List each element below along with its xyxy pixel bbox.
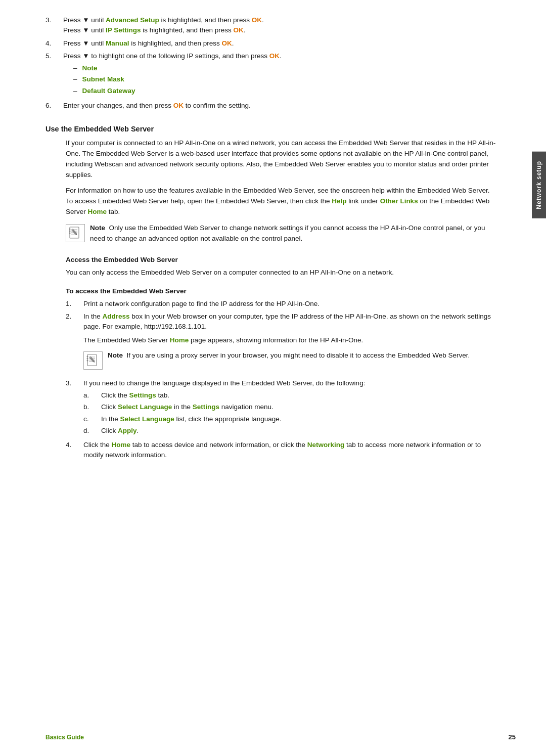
ews-section-heading: Use the Embedded Web Server — [46, 125, 496, 133]
apply-text: Apply — [118, 427, 137, 434]
step-6-num: 6. — [46, 101, 63, 111]
step-5-num: 5. — [46, 51, 63, 98]
main-content: 3. Press ▼ until Advanced Setup is highl… — [0, 0, 532, 756]
help-link: Help — [332, 197, 346, 205]
to-access-heading: To access the Embedded Web Server — [66, 287, 496, 295]
access-step-1: 1. Print a network configuration page to… — [66, 299, 496, 309]
step-3-line2: Press ▼ until IP Settings is highlighted… — [63, 25, 496, 35]
svg-point-8 — [69, 229, 71, 230]
alpha-c-text: In the Select Language list, click the a… — [101, 414, 281, 424]
home-text-3: Home — [112, 441, 131, 449]
alpha-list: a. Click the Settings tab. b. Click Sele… — [83, 390, 496, 436]
top-steps-list: 3. Press ▼ until Advanced Setup is highl… — [46, 15, 496, 111]
alpha-a-text: Click the Settings tab. — [101, 390, 169, 401]
step-3-content: Press ▼ until Advanced Setup is highligh… — [63, 15, 496, 36]
alpha-c-label: c. — [83, 414, 101, 424]
note-label-1: Note — [90, 224, 105, 232]
access-step-4-num: 4. — [66, 440, 83, 461]
step-5: 5. Press ▼ to highlight one of the follo… — [46, 51, 496, 98]
svg-point-21 — [87, 360, 88, 361]
settings-text-a: Settings — [129, 391, 156, 399]
note-label-2: Note — [108, 351, 123, 359]
note-text-1: Note Only use the Embedded Web Server to… — [90, 223, 496, 244]
svg-point-20 — [87, 358, 88, 359]
access-step-4-content: Click the Home tab to access device and … — [83, 440, 496, 461]
access-step-3-content: If you need to change the language displ… — [83, 378, 496, 437]
ip-settings-list: – Note – Subnet Mask – Default Gateway — [63, 63, 496, 96]
side-tab: Network setup — [532, 152, 546, 218]
dash-2: – — [73, 74, 77, 84]
note-text-2: Note If you are using a proxy server in … — [108, 350, 470, 361]
alpha-c: c. In the Select Language list, click th… — [83, 414, 496, 424]
alpha-b-text: Click Select Language in the Settings na… — [101, 402, 274, 412]
other-links-text: Other Links — [380, 197, 418, 205]
step-4-content: Press ▼ until Manual is highlighted, and… — [63, 38, 496, 49]
access-step-3-num: 3. — [66, 378, 83, 437]
note-pencil-svg-2 — [86, 353, 100, 368]
access-ews-heading: Access the Embedded Web Server — [66, 256, 496, 263]
networking-text: Networking — [307, 441, 345, 449]
subnet-mask-label: Subnet Mask — [82, 74, 124, 84]
home-text-2: Home — [170, 336, 189, 344]
note-icon-1 — [66, 224, 85, 242]
select-language-c: Select Language — [120, 415, 174, 423]
step-5-text: Press ▼ to highlight one of the followin… — [63, 51, 496, 61]
step-6: 6. Enter your changes, and then press OK… — [46, 101, 496, 111]
subnet-mask-item: – Subnet Mask — [73, 74, 496, 84]
address-text: Address — [103, 313, 130, 320]
step-3-intro: If you need to change the language displ… — [83, 378, 496, 388]
svg-point-19 — [87, 355, 88, 357]
access-step-3: 3. If you need to change the language di… — [66, 378, 496, 437]
ok-label-2: OK — [234, 26, 244, 34]
ip-address-label: Note — [82, 63, 98, 73]
footer-title: Basics Guide — [46, 734, 84, 741]
step-4-num: 4. — [46, 38, 63, 49]
page-number: 25 — [509, 733, 516, 741]
alpha-b-label: b. — [83, 402, 101, 412]
ews-para2: For information on how to use the featur… — [66, 186, 496, 217]
ip-address-item: – Note — [73, 63, 496, 73]
alpha-d-label: d. — [83, 426, 101, 436]
advanced-setup-text: Advanced Setup — [106, 16, 159, 24]
page-footer: Basics Guide 25 — [46, 733, 516, 741]
step-4: 4. Press ▼ until Manual is highlighted, … — [46, 38, 496, 49]
ok-label-5: OK — [173, 102, 184, 109]
svg-point-9 — [69, 231, 71, 232]
access-step-2-num: 2. — [66, 312, 83, 376]
step-3-num: 3. — [46, 15, 63, 36]
note-pencil-svg-1 — [68, 226, 82, 240]
alpha-d-text: Click Apply. — [101, 426, 139, 436]
select-language-b: Select Language — [118, 403, 172, 411]
alpha-a-label: a. — [83, 390, 101, 401]
note-icon-2 — [83, 351, 103, 370]
step-3-line1: Press ▼ until Advanced Setup is highligh… — [63, 15, 496, 25]
alpha-d: d. Click Apply. — [83, 426, 496, 436]
access-step-2-text: In the Address box in your Web browser o… — [83, 312, 496, 332]
access-step-2-content: In the Address box in your Web browser o… — [83, 312, 496, 376]
access-steps-list: 1. Print a network configuration page to… — [66, 299, 496, 461]
access-ews-heading-wrapper: Access the Embedded Web Server You can o… — [66, 256, 496, 278]
ip-settings-text: IP Settings — [106, 26, 141, 34]
home-tab-text: Home — [88, 208, 107, 215]
settings-text-b: Settings — [193, 403, 219, 411]
ok-label-1: OK — [252, 16, 262, 24]
ews-para1: If your computer is connected to an HP A… — [66, 138, 496, 181]
svg-point-10 — [69, 233, 71, 234]
access-step-2-extra: The Embedded Web Server Home page appear… — [83, 335, 496, 345]
ews-content-block: If your computer is connected to an HP A… — [46, 138, 496, 461]
alpha-a: a. Click the Settings tab. — [83, 390, 496, 401]
step-3: 3. Press ▼ until Advanced Setup is highl… — [46, 15, 496, 36]
access-step-2: 2. In the Address box in your Web browse… — [66, 312, 496, 376]
page-container: Network setup 3. Press ▼ until Advanced … — [0, 0, 546, 756]
step-6-content: Enter your changes, and then press OK to… — [63, 101, 496, 111]
note-box-2: Note If you are using a proxy server in … — [83, 350, 496, 370]
access-step-4: 4. Click the Home tab to access device a… — [66, 440, 496, 461]
manual-text: Manual — [106, 39, 129, 47]
alpha-b: b. Click Select Language in the Settings… — [83, 402, 496, 412]
default-gateway-item: – Default Gateway — [73, 86, 496, 96]
access-ews-para: You can only access the Embedded Web Ser… — [66, 268, 496, 278]
access-step-1-num: 1. — [66, 299, 83, 309]
ok-label-4: OK — [269, 52, 280, 60]
access-step-1-content: Print a network configuration page to fi… — [83, 299, 496, 309]
dash-3: – — [73, 86, 77, 96]
